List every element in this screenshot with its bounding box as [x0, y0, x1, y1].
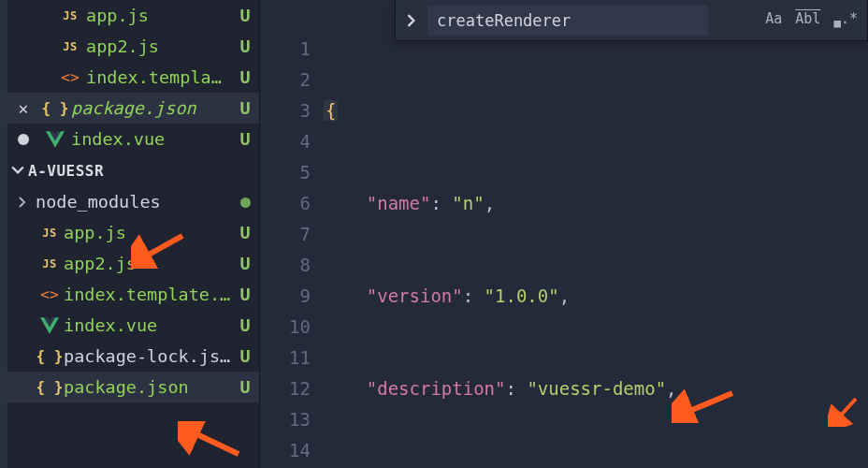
explorer-item-label: package-lock.json [64, 346, 237, 366]
file-explorer: node_modules JS app.js U JS app2.js U <>… [0, 186, 259, 402]
explorer-item-indexvue[interactable]: index.vue U [0, 310, 259, 341]
js-icon: JS [54, 40, 86, 53]
status-badge: U [237, 223, 253, 242]
whole-word-toggle[interactable]: Abl [795, 10, 820, 30]
line-number: 14 [260, 435, 311, 466]
folder-name: A-VUESSR [28, 162, 104, 180]
html-icon: <> [54, 68, 86, 86]
code-area[interactable]: { "name": "n", "version": "1.0.0", "desc… [324, 34, 868, 468]
status-badge: U [237, 98, 253, 118]
json-icon: { } [36, 378, 64, 396]
line-number: 6 [260, 188, 311, 219]
line-number: 3 [260, 95, 311, 126]
status-badge: U [237, 377, 253, 397]
status-badge: U [237, 315, 253, 335]
close-icon[interactable]: ✕ [7, 98, 39, 118]
explorer-item-packagelock[interactable]: { } package-lock.json U [0, 341, 259, 372]
js-icon: JS [36, 257, 64, 271]
open-editor-label: package.json [71, 98, 237, 118]
explorer-item-nodemodules[interactable]: node_modules [0, 186, 259, 217]
open-editor-indexvue[interactable]: index.vue U [0, 124, 259, 154]
open-editor-label: index.templa… [86, 67, 237, 87]
line-number: 4 [260, 126, 311, 157]
sidebar: JS app.js U JS app2.js U <> index.templa… [0, 0, 260, 468]
vue-icon [36, 317, 64, 334]
line-number: 8 [260, 250, 311, 281]
open-editor-indextemplate[interactable]: <> index.templa… U [0, 62, 259, 93]
explorer-item-label: app2.js [64, 254, 237, 273]
line-number: 7 [260, 219, 311, 250]
status-badge: U [237, 346, 253, 366]
line-number: 2 [260, 65, 311, 95]
open-editor-label: index.vue [71, 129, 237, 149]
line-number: 1 [260, 34, 311, 65]
explorer-item-app2js[interactable]: JS app2.js U [0, 248, 259, 279]
status-badge: U [237, 67, 253, 87]
explorer-item-label: package.json [64, 377, 237, 397]
open-editor-appjs[interactable]: JS app.js U [0, 0, 259, 31]
dirty-indicator-icon [7, 134, 39, 145]
line-number: 9 [260, 281, 311, 312]
status-badge: U [237, 254, 253, 273]
explorer-item-label: node_modules [36, 192, 237, 212]
line-number: 12 [260, 373, 311, 404]
open-editor-label: app.js [86, 6, 237, 25]
open-editor-label: app2.js [86, 37, 237, 56]
explorer-item-packagejson[interactable]: { } package.json U [0, 372, 259, 402]
chevron-right-icon[interactable] [396, 14, 427, 27]
find-input[interactable]: createRenderer [427, 6, 708, 36]
find-widget: createRenderer Aa Abl ■.* [395, 0, 868, 41]
json-icon: { } [36, 347, 64, 365]
chevron-right-icon [9, 197, 36, 208]
code-line: "description": "vuessr-demo", [324, 373, 868, 404]
explorer-item-label: index.vue [64, 315, 237, 335]
open-editor-packagejson[interactable]: ✕ { } package.json U [0, 93, 259, 124]
status-badge: U [237, 129, 253, 149]
explorer-item-indextemplate[interactable]: <> index.template.h… U [0, 279, 259, 310]
git-dot-icon [237, 192, 253, 212]
line-number-gutter: 1 2 3 4 5 6 7 8 9 10 11 12 13 14 15 [260, 0, 324, 468]
js-icon: JS [36, 227, 64, 240]
json-icon: { } [39, 99, 71, 117]
js-icon: JS [54, 9, 86, 22]
regex-toggle[interactable]: ■.* [833, 10, 858, 30]
vue-icon [39, 131, 71, 148]
find-input-value: createRenderer [437, 11, 571, 30]
line-number: 10 [260, 312, 311, 343]
code-line: { [324, 95, 868, 126]
match-case-toggle[interactable]: Aa [765, 10, 782, 30]
status-badge: U [237, 285, 253, 304]
open-editor-app2js[interactable]: JS app2.js U [0, 31, 259, 62]
chevron-down-icon [7, 164, 28, 177]
status-badge: U [237, 6, 253, 25]
explorer-item-label: app.js [64, 223, 237, 242]
explorer-item-label: index.template.h… [64, 285, 237, 304]
code-line: "version": "1.0.0", [324, 281, 868, 312]
line-number: 11 [260, 343, 311, 373]
code-line: "name": "n", [324, 188, 868, 219]
status-badge: U [237, 37, 253, 56]
find-options: Aa Abl ■.* [765, 10, 867, 30]
html-icon: <> [36, 285, 64, 303]
explorer-item-appjs[interactable]: JS app.js U [0, 217, 259, 248]
editor: createRenderer Aa Abl ■.* No Re 1 2 3 4 … [260, 0, 868, 468]
folder-section-header[interactable]: A-VUESSR [0, 154, 259, 186]
line-number: 13 [260, 404, 311, 435]
line-number: 5 [260, 157, 311, 188]
